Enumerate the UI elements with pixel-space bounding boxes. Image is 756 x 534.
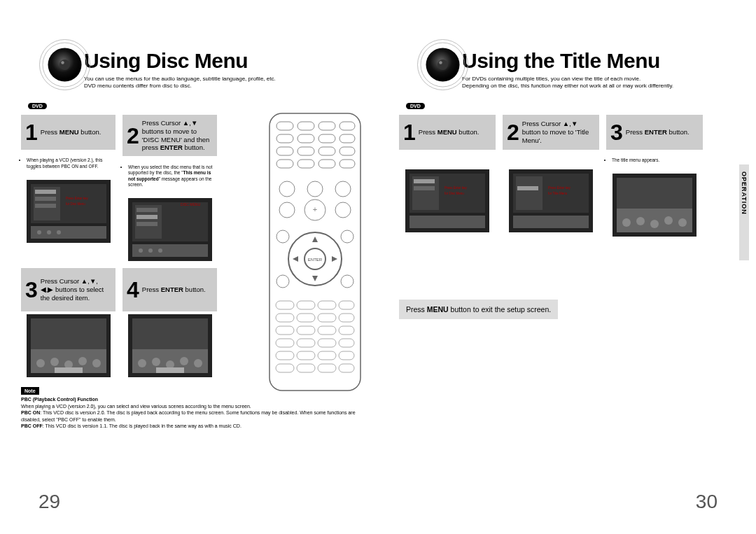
svg-rect-21: [136, 215, 158, 219]
step-note: When playing a VCD (version 2.), this to…: [21, 154, 115, 172]
step-number: 2: [507, 121, 519, 143]
svg-point-26: [148, 248, 153, 253]
svg-point-27: [158, 248, 162, 253]
svg-text:+: +: [313, 205, 317, 213]
step-number: 1: [403, 121, 416, 143]
step-head: 3 Press Cursor ▲,▼, ◀,▶ buttons to selec…: [21, 268, 115, 311]
svg-rect-10: [35, 204, 56, 208]
svg-rect-120: [516, 176, 542, 210]
step-2: 2 Press Cursor ▲,▼ buttons to move to 'D…: [122, 115, 217, 261]
step-2: 2 Press Cursor ▲,▼ button to move to 'Ti…: [503, 115, 599, 237]
step-1: 1 Press MENU button. When playing a VCD …: [21, 115, 115, 261]
step-4: 4 Press ENTER button.: [122, 268, 217, 377]
svg-rect-121: [517, 186, 538, 190]
screen-thumb: DISC MENU: [128, 198, 212, 261]
svg-point-4: [61, 61, 64, 64]
operation-side-tab: OPERATION: [739, 164, 749, 260]
page-right: Using the Title Menu For DVDs containing…: [378, 0, 756, 534]
svg-point-44: [194, 359, 202, 367]
svg-rect-124: [513, 216, 589, 228]
steps-grid: 1 Press MENU button. Press Enter key for…: [399, 115, 707, 237]
svg-text:for Title Menu: for Title Menu: [548, 192, 568, 195]
svg-text:Press Enter key: Press Enter key: [444, 186, 468, 190]
svg-point-131: [664, 216, 673, 225]
step-1: 1 Press MENU button. Press Enter key for…: [399, 115, 496, 237]
page-left: Using Disc Menu You can use the menus fo…: [0, 0, 378, 534]
step-number: 4: [127, 279, 139, 301]
svg-point-16: [57, 230, 61, 234]
screen-thumb: Press Enter key for Disc Menu: [405, 169, 489, 232]
svg-rect-8: [35, 190, 56, 194]
svg-text:ENTER: ENTER: [308, 258, 323, 262]
step-text: Press ENTER button.: [142, 286, 206, 294]
svg-point-31: [36, 359, 45, 367]
svg-text:Press Enter key: Press Enter key: [548, 186, 571, 190]
svg-point-129: [636, 217, 645, 225]
svg-point-3: [59, 59, 70, 70]
speaker-icon: [38, 38, 91, 91]
svg-point-40: [138, 359, 146, 367]
note-line: PBC ON: This VCD disc is version 2.0. Th…: [21, 410, 356, 421]
svg-point-35: [92, 359, 101, 367]
step-number: 2: [127, 125, 139, 147]
svg-rect-9: [35, 197, 56, 201]
step-head: 1 Press MENU button.: [21, 115, 115, 150]
step-text: Press MENU button.: [419, 128, 479, 136]
svg-point-132: [678, 218, 687, 227]
page-number: 29: [38, 491, 60, 513]
steps-grid: 1 Press MENU button. When playing a VCD …: [21, 115, 231, 377]
exit-hint: Press MENU button to exit the setup scre…: [399, 300, 558, 319]
page-subtitle: For DVDs containing multiple titles, you…: [462, 76, 735, 90]
step-3: 3 Press Cursor ▲,▼, ◀,▶ buttons to selec…: [21, 268, 115, 377]
step-text: Press Cursor ▲,▼, ◀,▶ buttons to select …: [41, 277, 111, 302]
svg-rect-20: [136, 208, 158, 212]
svg-point-34: [78, 357, 87, 365]
page-number: 30: [696, 491, 718, 513]
svg-rect-24: [132, 244, 208, 257]
svg-text:Press Enter key: Press Enter key: [66, 197, 89, 200]
page-subtitle: You can use the menus for the audio lang…: [84, 76, 357, 90]
screen-thumb: [612, 174, 696, 237]
step-text: Press Cursor ▲,▼ buttons to move to 'DIS…: [142, 119, 213, 153]
pbc-note: Note PBC (Playback Control) Function Whe…: [21, 387, 357, 430]
step-number: 3: [25, 279, 38, 301]
svg-text:DISC MENU: DISC MENU: [181, 202, 200, 206]
step-head: 2 Press Cursor ▲,▼ buttons to move to 'D…: [122, 115, 217, 157]
screen-thumb: Press Enter key for Title Menu: [509, 169, 593, 232]
svg-point-128: [622, 218, 631, 227]
step-text: Press ENTER button.: [626, 128, 690, 136]
step-text: Press MENU button.: [41, 128, 102, 136]
note-label: Note: [21, 387, 39, 395]
step-number: 3: [610, 121, 623, 143]
screen-thumb: [128, 314, 212, 377]
svg-text:for Disc Menu: for Disc Menu: [444, 192, 464, 195]
svg-rect-46: [270, 113, 360, 391]
step-number: 1: [25, 121, 38, 143]
step-head: 4 Press ENTER button.: [122, 268, 217, 311]
step-head: 2 Press Cursor ▲,▼ button to move to 'Ti…: [503, 115, 599, 150]
note-line: When playing a VCD (version 2.0), you ca…: [21, 404, 251, 409]
screen-thumb: Press Enter key for Disc Menu: [27, 180, 111, 243]
step-note: The title menu appears.: [606, 154, 703, 166]
dvd-badge: DVD: [406, 103, 425, 109]
svg-point-15: [47, 230, 51, 234]
svg-point-108: [438, 59, 448, 70]
step-3: 3 Press ENTER button. The title menu app…: [606, 115, 703, 237]
remote-control-image: + ENTER: [266, 112, 364, 392]
dvd-badge: DVD: [28, 103, 47, 109]
svg-rect-117: [410, 216, 485, 228]
svg-point-32: [50, 358, 59, 366]
svg-text:for Disc Menu: for Disc Menu: [66, 202, 85, 206]
step-note: When you select the disc menu that is no…: [122, 161, 217, 191]
svg-point-109: [439, 61, 442, 64]
svg-rect-45: [156, 367, 184, 373]
note-line: PBC OFF: This VCD disc is version 1.1. T…: [21, 423, 241, 428]
step-head: 1 Press MENU button.: [399, 115, 496, 150]
svg-point-25: [139, 248, 143, 253]
svg-point-14: [37, 230, 41, 234]
step-text: Press Cursor ▲,▼ button to move to 'Titl…: [522, 120, 595, 145]
page-title: Using Disc Menu: [84, 49, 357, 73]
svg-point-41: [152, 358, 160, 366]
svg-point-130: [650, 220, 659, 228]
svg-rect-114: [414, 186, 435, 190]
